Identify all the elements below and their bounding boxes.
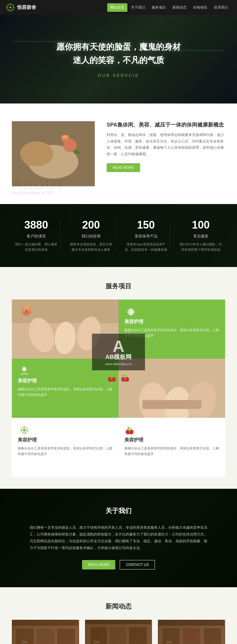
svg-point-13 bbox=[47, 154, 77, 171]
svg-point-20 bbox=[68, 147, 80, 155]
svg-point-14 bbox=[62, 135, 69, 143]
stats-section: 3880 客户的满意 我们一直以诚待客、用心服务您是我们的承诺 200 我们的技… bbox=[0, 204, 237, 267]
aboutus-section: 关于我们 我们拥有一支专业的接诊人员，致力于绿色环保的开发人员，专业的美容美发服… bbox=[0, 489, 237, 587]
news-image-visual-2: SPA bbox=[85, 620, 152, 644]
svg-rect-39 bbox=[142, 400, 201, 409]
news-card-3: SPA 了解SPA沈浴按摩手法 2019-05-16 SPA美容给社会注入了新的… bbox=[158, 620, 225, 644]
svg-rect-65 bbox=[129, 627, 147, 644]
service-title-5: 美容护理 bbox=[18, 437, 113, 443]
service-desc-5: 随着社会分工及美容美学技术的进步，美容以各类形式出现，上都有着不同作效化提升 bbox=[18, 446, 113, 457]
svg-point-47 bbox=[23, 429, 26, 432]
svg-point-12 bbox=[37, 145, 70, 163]
svg-line-8 bbox=[12, 5, 13, 6]
stat-products: 150 美容保养产品 使用在'spa'美容添加品和产品，给您提供专一的健康体感 bbox=[122, 219, 171, 252]
svg-rect-61 bbox=[86, 620, 151, 644]
logo: 悦容肤舍 bbox=[6, 3, 36, 12]
service-title-2: 美容护理 bbox=[124, 319, 219, 325]
stat-customers: 3880 客户的满意 我们一直以诚待客、用心服务您是我们的承诺 bbox=[12, 219, 61, 252]
svg-text:SPA: SPA bbox=[22, 641, 28, 644]
nav-item-home[interactable]: 网站首页 bbox=[107, 3, 127, 12]
news-image-1: SPA bbox=[12, 620, 79, 644]
news-card-1: SPA 教你在家做脸部护肤 2019-05-21 女性到了某个年龄就不再生长，s… bbox=[12, 620, 79, 644]
about-title: SPA集休闲、美容、减压于一体的休闲健康新概念 bbox=[107, 121, 225, 128]
nav-item-services[interactable]: 服务项目 bbox=[149, 3, 169, 12]
stat-number: 3880 bbox=[15, 219, 57, 231]
service-desc-6: 随着社会分工及美容美学技术的进步，美容以各类形式出现，上都有着不同作效化提升 bbox=[124, 446, 219, 457]
svg-rect-62 bbox=[86, 624, 151, 644]
stat-desc: 我们一直以诚待客、用心服务您是我们的承诺 bbox=[15, 242, 57, 252]
svg-rect-68 bbox=[159, 626, 224, 644]
about-image bbox=[12, 121, 95, 186]
svg-rect-63 bbox=[90, 627, 107, 644]
svg-rect-71 bbox=[204, 628, 221, 644]
stat-service: 100 售后服务 我们24小时专人顾问团队，针对各种的客户需求欢迎投放 bbox=[177, 219, 225, 252]
hero-section: 愿你拥有天使的脸蛋，魔鬼的身材 迷人的笑容，不凡的气质 OUR SERVCIE bbox=[0, 15, 237, 103]
svg-line-6 bbox=[8, 5, 9, 6]
news-image-visual-1: SPA bbox=[12, 620, 79, 644]
svg-rect-67 bbox=[159, 620, 224, 644]
service-desc-2: 随着社会分工及美容美学技术的进步，美容以各类形式出现，上都有着不同作效化提升 bbox=[124, 327, 219, 338]
stat-desc: 使用在'spa'美容添加品和产品，给您提供专一的健康体感 bbox=[125, 242, 167, 252]
svg-point-18 bbox=[68, 142, 74, 148]
stat-label: 客户的满意 bbox=[15, 234, 57, 239]
aboutus-read-more-button[interactable]: READ MORE bbox=[82, 560, 116, 569]
svg-rect-70 bbox=[183, 628, 201, 644]
about-description: 利用水、泥、精油合体休、技能，使用保养品和能量来充值调和代谢，减少人体疲惫。环境… bbox=[107, 132, 225, 157]
about-watermark: ABOUT the advantages of SPA bbox=[12, 178, 65, 195]
aboutus-title: 关于我们 bbox=[12, 507, 225, 515]
svg-point-16 bbox=[64, 135, 69, 140]
stat-label: 美容保养产品 bbox=[125, 234, 167, 239]
aboutus-content: 我们拥有一支专业的接诊人员，致力于绿色环保的开发人员，专业的美容美发服务人员，分… bbox=[30, 524, 207, 569]
svg-rect-57 bbox=[16, 629, 33, 644]
stat-label: 我们的技师 bbox=[70, 234, 112, 239]
stat-label: 售后服务 bbox=[180, 234, 222, 239]
news-image-3: SPA bbox=[158, 620, 225, 644]
svg-rect-56 bbox=[13, 626, 78, 644]
hero-title: 愿你拥有天使的脸蛋，魔鬼的身材 迷人的笑容，不凡的气质 bbox=[56, 41, 181, 67]
news-image-visual-3: SPA bbox=[158, 620, 225, 644]
services-section: 服务项目 bbox=[0, 267, 237, 489]
about-image-visual bbox=[12, 121, 95, 186]
svg-rect-55 bbox=[13, 620, 78, 644]
service-title-3: 美容护理 bbox=[18, 378, 113, 384]
service-card-6: 美容护理 随着社会分工及美容美学技术的进步，美容以各类形式出现，上都有着不同作效… bbox=[118, 418, 225, 477]
nav-item-about[interactable]: 关于我们 bbox=[128, 3, 148, 12]
read-more-button[interactable]: READ MORE bbox=[107, 163, 140, 172]
service-card-1 bbox=[12, 300, 118, 359]
service-card-5: 美容护理 随着社会分工及美容美学技术的进步，美容以各类形式出现，上都有着不同作效… bbox=[12, 418, 118, 477]
svg-rect-10 bbox=[12, 121, 95, 186]
svg-text:SPA: SPA bbox=[93, 641, 99, 644]
navigation: 悦容肤舍 网站首页 关于我们 服务项目 新闻动态 价格报告 联系我们 bbox=[0, 0, 237, 15]
svg-point-19 bbox=[25, 142, 40, 154]
svg-point-30 bbox=[25, 310, 28, 313]
aboutus-buttons: READ MORE CONTACT US bbox=[30, 560, 207, 569]
nav-item-contact[interactable]: 联系我们 bbox=[211, 3, 231, 12]
svg-line-7 bbox=[12, 9, 13, 10]
hero-content: 愿你拥有天使的脸蛋，魔鬼的身材 迷人的笑容，不凡的气质 OUR SERVCIE bbox=[56, 41, 181, 78]
hero-subtitle: OUR SERVCIE bbox=[56, 73, 181, 78]
stat-number: 200 bbox=[70, 219, 112, 231]
logo-text: 悦容肤舍 bbox=[17, 4, 36, 11]
service-card-4 bbox=[118, 359, 225, 418]
nav-item-prices[interactable]: 价格报告 bbox=[190, 3, 210, 12]
service-card-3: 美容护理 随着社会分工及美容美学技术的进步，美容以各类形式出现，上都有着不同作效… bbox=[12, 359, 118, 418]
service-card-2: 美容护理 随着社会分工及美容美学技术的进步，美容以各类形式出现，上都有着不同作效… bbox=[118, 300, 225, 359]
service-desc-3: 随着社会分工及美容美学技术的进步，美容以各类形式出现，上都有着不同作效化提升 bbox=[18, 386, 113, 397]
services-grid: 美容护理 随着社会分工及美容美学技术的进步，美容以各类形式出现，上都有着不同作效… bbox=[12, 300, 225, 418]
aboutus-description: 我们拥有一支专业的接诊人员，致力于绿色环保的开发人员，专业的美容美发服务人员，分… bbox=[30, 524, 207, 551]
stat-desc: 拥有专业系统训练，高实力和通过专业讲师和专业人服务 bbox=[70, 242, 112, 252]
svg-point-11 bbox=[24, 149, 59, 170]
services-title: 服务项目 bbox=[12, 282, 225, 291]
about-text: SPA集休闲、美容、减压于一体的休闲健康新概念 利用水、泥、精油合体休、技能，使… bbox=[107, 121, 225, 172]
news-section: 新闻动态 SPA 教你在家做脸部护肤 2019-05-21 bbox=[0, 587, 237, 644]
svg-rect-64 bbox=[110, 627, 126, 644]
svg-rect-59 bbox=[57, 629, 75, 644]
nav-menu: 网站首页 关于我们 服务项目 新闻动态 价格报告 联系我们 bbox=[107, 3, 231, 12]
news-card-2: SPA 教你几招把它变家spa 2019-05-11 一提到spa，大家都感觉非… bbox=[85, 620, 152, 644]
service-title-6: 美容护理 bbox=[124, 437, 219, 443]
nav-item-news[interactable]: 新闻动态 bbox=[169, 3, 190, 12]
svg-point-17 bbox=[63, 135, 67, 138]
svg-text:SPA: SPA bbox=[166, 641, 172, 644]
contact-us-button[interactable]: CONTACT US bbox=[120, 560, 155, 569]
svg-point-15 bbox=[61, 135, 66, 140]
